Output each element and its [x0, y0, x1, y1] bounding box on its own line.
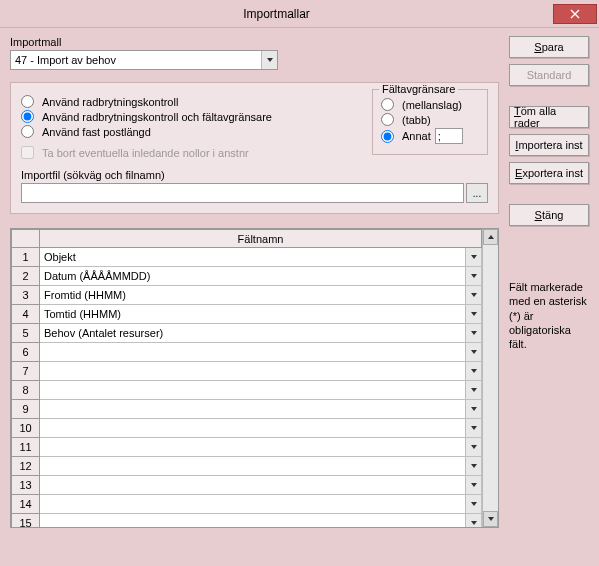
radio-radbrytning-label: Använd radbrytningskontroll	[42, 96, 178, 108]
importmall-combo[interactable]	[10, 50, 278, 70]
help-text: Fält markerade med en asterisk (*) är ob…	[509, 280, 589, 351]
field-cell-dropdown[interactable]	[465, 324, 481, 342]
radio-annat-label: Annat	[402, 130, 431, 142]
field-cell[interactable]	[40, 476, 482, 495]
field-cell-value	[40, 343, 465, 361]
radio-tabb-input[interactable]	[381, 113, 394, 126]
field-cell-dropdown[interactable]	[465, 476, 481, 494]
row-number: 1	[12, 248, 40, 267]
radio-tabb[interactable]: (tabb)	[381, 113, 479, 126]
checkbox-inledande-nollor-input	[21, 146, 34, 159]
field-cell-dropdown[interactable]	[465, 381, 481, 399]
field-cell[interactable]: Behov (Antalet resurser)	[40, 324, 482, 343]
field-cell-value	[40, 362, 465, 380]
radio-annat[interactable]: Annat	[381, 128, 479, 144]
chevron-down-icon	[470, 348, 478, 356]
stang-button[interactable]: Stäng	[509, 204, 589, 226]
field-cell[interactable]	[40, 362, 482, 381]
field-cell[interactable]: Datum (ÅÅÅÅMMDD)	[40, 267, 482, 286]
chevron-down-icon	[470, 519, 478, 527]
chevron-down-icon	[470, 424, 478, 432]
table-row: 14	[12, 495, 482, 514]
field-cell[interactable]	[40, 495, 482, 514]
table-row: 13	[12, 476, 482, 495]
delimiter-legend: Fältavgränsare	[379, 83, 458, 95]
field-cell-dropdown[interactable]	[465, 343, 481, 361]
table-row: 10	[12, 419, 482, 438]
table-row: 4Tomtid (HHMM)	[12, 305, 482, 324]
field-cell-dropdown[interactable]	[465, 457, 481, 475]
scroll-track[interactable]	[483, 245, 498, 511]
row-number: 5	[12, 324, 40, 343]
radio-radbrytning-falt-input[interactable]	[21, 110, 34, 123]
importfile-input[interactable]	[21, 183, 464, 203]
radio-mellanslag-input[interactable]	[381, 98, 394, 111]
field-cell-dropdown[interactable]	[465, 248, 481, 266]
table-row: 15	[12, 514, 482, 528]
row-number: 6	[12, 343, 40, 362]
radio-mellanslag-label: (mellanslag)	[402, 99, 462, 111]
field-cell-dropdown[interactable]	[465, 514, 481, 527]
scroll-down-button[interactable]	[483, 511, 498, 527]
row-number: 2	[12, 267, 40, 286]
field-cell[interactable]	[40, 400, 482, 419]
field-cell[interactable]	[40, 438, 482, 457]
field-cell[interactable]	[40, 419, 482, 438]
field-cell[interactable]: Fromtid (HHMM)	[40, 286, 482, 305]
field-cell-dropdown[interactable]	[465, 267, 481, 285]
field-cell[interactable]	[40, 381, 482, 400]
browse-button[interactable]: ...	[466, 183, 488, 203]
importmall-input[interactable]	[11, 51, 261, 69]
annat-value-input[interactable]	[435, 128, 463, 144]
row-number: 13	[12, 476, 40, 495]
radio-radbrytning-input[interactable]	[21, 95, 34, 108]
field-cell-dropdown[interactable]	[465, 362, 481, 380]
chevron-down-icon	[470, 329, 478, 337]
field-cell-dropdown[interactable]	[465, 286, 481, 304]
row-number: 7	[12, 362, 40, 381]
window-title: Importmallar	[0, 7, 553, 21]
checkbox-inledande-nollor-label: Ta bort eventuella inledande nollor i an…	[42, 147, 249, 159]
exportera-inst-button[interactable]: Exportera inst	[509, 162, 589, 184]
field-cell[interactable]	[40, 343, 482, 362]
radio-annat-input[interactable]	[381, 130, 394, 143]
table-row: 8	[12, 381, 482, 400]
field-cell[interactable]	[40, 514, 482, 528]
field-cell[interactable]	[40, 457, 482, 476]
chevron-down-icon	[470, 310, 478, 318]
field-cell[interactable]: Objekt	[40, 248, 482, 267]
table-row: 6	[12, 343, 482, 362]
row-number: 8	[12, 381, 40, 400]
field-cell-dropdown[interactable]	[465, 495, 481, 513]
field-cell-dropdown[interactable]	[465, 419, 481, 437]
table-row: 7	[12, 362, 482, 381]
vertical-scrollbar[interactable]	[482, 229, 498, 527]
browse-button-label: ...	[473, 188, 481, 199]
radio-mellanslag[interactable]: (mellanslag)	[381, 98, 479, 111]
spara-button[interactable]: Spara	[509, 36, 589, 58]
row-number: 9	[12, 400, 40, 419]
table-row: 2Datum (ÅÅÅÅMMDD)	[12, 267, 482, 286]
scroll-up-button[interactable]	[483, 229, 498, 245]
tom-alla-rader-button[interactable]: Töm alla rader	[509, 106, 589, 128]
fields-table: Fältnamn 1Objekt2Datum (ÅÅÅÅMMDD)3Fromti…	[10, 228, 499, 528]
field-cell-value	[40, 419, 465, 437]
radio-fast-postlangd-input[interactable]	[21, 125, 34, 138]
field-cell-dropdown[interactable]	[465, 438, 481, 456]
chevron-down-icon	[470, 500, 478, 508]
field-cell-dropdown[interactable]	[465, 305, 481, 323]
field-cell[interactable]: Tomtid (HHMM)	[40, 305, 482, 324]
field-cell-value	[40, 400, 465, 418]
close-button[interactable]	[553, 4, 597, 24]
close-icon	[570, 9, 580, 19]
chevron-down-icon	[470, 386, 478, 394]
field-cell-dropdown[interactable]	[465, 400, 481, 418]
field-cell-value: Behov (Antalet resurser)	[40, 324, 465, 342]
importmall-dropdown[interactable]	[261, 51, 277, 69]
chevron-up-icon	[487, 233, 495, 241]
chevron-down-icon	[470, 481, 478, 489]
importera-inst-button[interactable]: Importera inst	[509, 134, 589, 156]
chevron-down-icon	[470, 367, 478, 375]
options-panel: Använd radbrytningskontroll Använd radbr…	[10, 82, 499, 214]
row-number: 14	[12, 495, 40, 514]
